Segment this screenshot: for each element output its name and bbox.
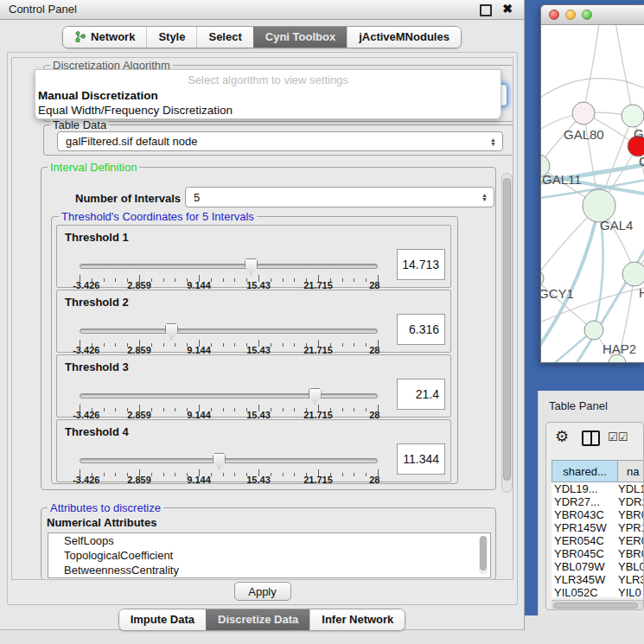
numerical-attributes-label: Numerical Attributes — [47, 516, 156, 529]
list-item[interactable]: BetweennessCentrality — [48, 563, 490, 577]
tab-impute-data[interactable]: Impute Data — [119, 609, 206, 630]
table-row[interactable]: YLR345WYLR3 — [552, 573, 644, 586]
slider-track[interactable] — [80, 328, 378, 334]
network-node[interactable] — [584, 321, 603, 340]
network-node[interactable] — [541, 270, 544, 287]
threshold-label: Threshold 4 — [65, 425, 129, 438]
threshold-value-input[interactable] — [397, 443, 445, 475]
thresholds-group-label: Threshold's Coordinates for 5 Intervals — [59, 210, 257, 223]
scrollbar-thumb[interactable] — [480, 536, 487, 571]
control-panel: Control Panel ✖ Network Style Select — [0, 0, 525, 630]
node-label: GAL80 — [564, 127, 604, 142]
threshold-slider[interactable] — [80, 388, 378, 405]
tab-jactivemnodules[interactable]: jActiveMNodules — [347, 27, 461, 48]
threshold-value-input[interactable] — [397, 314, 445, 345]
table-row[interactable]: YIL052CYIL0 — [552, 586, 644, 597]
tab-discretize-data[interactable]: Discretize Data — [206, 609, 309, 630]
checkbox-icons[interactable]: ☑☑ — [608, 430, 628, 443]
top-tab-bar: Network Style Select Cyni Toolbox jActiv… — [0, 26, 524, 48]
float-window-icon[interactable] — [480, 4, 492, 16]
threshold-slider[interactable] — [80, 258, 378, 276]
dropdown-option-equal-width[interactable]: Equal Width/Frequency Discretization — [38, 104, 233, 117]
settings-vertical-scrollbar[interactable] — [501, 173, 513, 493]
table-panel-title: Table Panel — [549, 399, 608, 412]
slider-handle[interactable] — [213, 453, 226, 469]
tab-style[interactable]: Style — [146, 27, 196, 48]
minimize-traffic-light-icon[interactable] — [565, 10, 576, 20]
cyni-toolbox-panel: Discretization Algorithm ▲▼ Select algor… — [7, 52, 518, 605]
slider-track[interactable] — [80, 264, 378, 269]
node-label: HAP2 — [603, 341, 636, 356]
network-canvas[interactable]: GAL80GACGAL11GAL4GCY1HHAP2 — [541, 25, 644, 363]
table-row[interactable]: YPR145WYPR1 — [552, 521, 644, 534]
threshold-slider[interactable] — [80, 453, 378, 470]
split-columns-icon[interactable] — [582, 430, 600, 446]
threshold-2-box: Threshold 2 -3.4262.8599.14415.4321.7152… — [56, 290, 451, 353]
table-data-selected: galFiltered.sif default node — [66, 135, 197, 148]
threshold-4-box: Threshold 4 -3.4262.8599.14415.4321.7152… — [56, 419, 451, 482]
network-window-titlebar[interactable] — [541, 5, 644, 25]
table-row[interactable]: YDL19...YDL1 — [552, 482, 644, 495]
apply-button[interactable]: Apply — [234, 582, 291, 601]
application-root: Control Panel ✖ Network Style Select — [0, 0, 644, 644]
slider-handle[interactable] — [165, 323, 178, 340]
stepper-icon: ▲▼ — [481, 188, 488, 207]
dropdown-hint: Select algorithm to view settings — [35, 73, 501, 86]
tab-network[interactable]: Network — [63, 27, 146, 48]
node-label: C — [639, 154, 644, 169]
node-label: GAL11 — [542, 172, 582, 187]
stepper-icon: ▲▼ — [490, 132, 496, 150]
close-icon[interactable]: ✖ — [502, 2, 513, 16]
threshold-value-input[interactable] — [397, 249, 445, 280]
dropdown-option-manual[interactable]: Manual Discretization — [38, 89, 158, 102]
column-header-name[interactable]: na — [618, 460, 644, 482]
table-row[interactable]: YBR043CYBR0 — [552, 508, 644, 521]
slider-handle[interactable] — [245, 258, 258, 275]
tab-label: Impute Data — [131, 613, 194, 626]
tab-label: Select — [208, 30, 241, 43]
bottom-tab-bar: Impute Data Discretize Data Infer Networ… — [0, 609, 524, 631]
tab-select[interactable]: Select — [196, 27, 252, 48]
scrollbar-thumb[interactable] — [503, 178, 511, 481]
table-panel-body: ⚙ ☑☑ shared... na YDL19...YDL1YDR27...YD… — [545, 422, 644, 610]
network-node[interactable] — [622, 105, 644, 127]
network-node[interactable] — [572, 102, 595, 124]
table-row[interactable]: YER054CYER0 — [552, 534, 644, 547]
interval-definition-label: Interval Definition — [48, 161, 139, 174]
table-row[interactable]: YBR045CYBR0 — [552, 547, 644, 560]
table-row[interactable]: YDR27...YDR2 — [552, 495, 644, 508]
threshold-label: Threshold 3 — [65, 360, 129, 373]
table-horizontal-scrollbar[interactable] — [552, 600, 644, 610]
list-item[interactable]: TopologicalCoefficient — [48, 548, 490, 563]
slider-handle[interactable] — [309, 388, 322, 405]
threshold-value-input[interactable] — [397, 379, 445, 410]
scrollbar-thumb[interactable] — [553, 603, 638, 609]
threshold-1-box: Threshold 1 -3.4262.8599.14415.4321.7152… — [56, 225, 451, 288]
table-data-group-label: Table Data — [50, 118, 109, 131]
close-traffic-light-icon[interactable] — [549, 10, 559, 20]
zoom-traffic-light-icon[interactable] — [582, 10, 592, 20]
tab-label: Infer Network — [322, 613, 393, 626]
gear-icon[interactable]: ⚙ — [555, 427, 569, 446]
tab-cyni-toolbox[interactable]: Cyni Toolbox — [253, 27, 347, 48]
list-vertical-scrollbar[interactable] — [479, 536, 488, 575]
tab-infer-network[interactable]: Infer Network — [309, 609, 405, 630]
column-header-shared-name[interactable]: shared... — [552, 460, 618, 482]
num-intervals-combobox[interactable]: 5 ▲▼ — [185, 187, 494, 207]
table-data-combobox[interactable]: galFiltered.sif default node ▲▼ — [57, 131, 503, 151]
slider-track[interactable] — [80, 458, 378, 463]
control-panel-titlebar: Control Panel ✖ — [0, 0, 524, 20]
network-node[interactable] — [622, 262, 644, 286]
numerical-attributes-list[interactable]: SelfLoopsTopologicalCoefficientBetweenne… — [48, 532, 491, 578]
list-item[interactable]: SelfLoops — [48, 533, 490, 548]
network-view-window: GAL80GACGAL11GAL4GCY1HHAP2 — [540, 4, 644, 363]
table-row[interactable]: YBL079WYBL0 — [552, 560, 644, 573]
slider-track[interactable] — [80, 393, 378, 399]
threshold-slider[interactable] — [80, 323, 378, 341]
network-edge — [583, 25, 600, 113]
algorithm-dropdown-popup: Select algorithm to view settings Manual… — [35, 69, 501, 119]
tab-label: Style — [158, 30, 185, 43]
threshold-label: Threshold 2 — [65, 296, 129, 309]
network-canvas-svg: GAL80GACGAL11GAL4GCY1HHAP2 — [541, 25, 644, 363]
tab-label: Network — [91, 30, 135, 43]
